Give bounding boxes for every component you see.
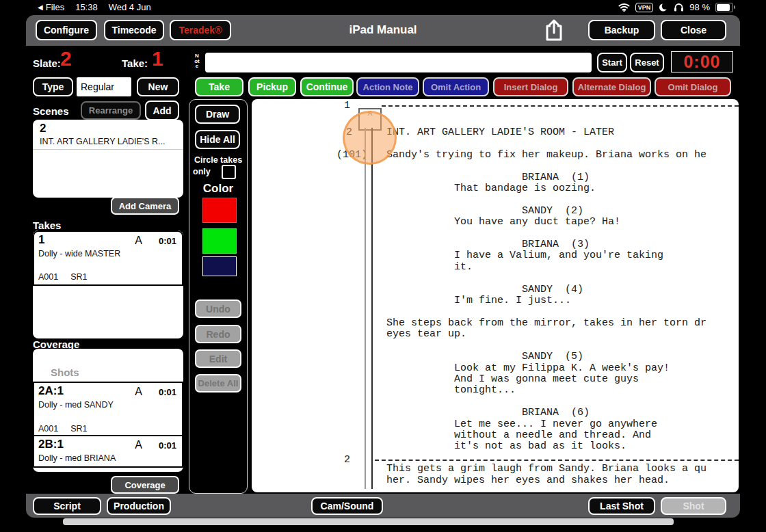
- shot-camera: A: [135, 386, 142, 398]
- coverage-button[interactable]: Coverage: [111, 476, 179, 494]
- shot-description: Dolly - med BRIANA: [38, 453, 116, 463]
- take-description: Dolly - wide MASTER: [38, 249, 120, 258]
- scene-slug: INT. ART GALLERY LADIE'S R...: [40, 137, 165, 146]
- slate-value[interactable]: 2: [60, 49, 72, 69]
- note-input[interactable]: [205, 53, 592, 72]
- take-roll: A001: [38, 272, 58, 282]
- shot-roll: A001: [38, 424, 58, 434]
- take-value[interactable]: 1: [152, 49, 163, 69]
- last-shot-button[interactable]: Last Shot: [588, 497, 655, 515]
- color-swatch-red[interactable]: [202, 198, 237, 223]
- edit-button[interactable]: Edit: [195, 349, 241, 368]
- take-camera: A: [135, 235, 142, 247]
- page-break-line-1: [382, 105, 739, 107]
- shot-sound-roll: SR1: [70, 424, 87, 434]
- hide-all-button[interactable]: Hide All: [195, 130, 240, 149]
- coverage-list: Shots 2A:1 A 0:01 Dolly - med SANDY A001…: [33, 349, 183, 472]
- scenes-list: 2 INT. ART GALLERY LADIE'S R...: [33, 120, 183, 198]
- circled-scene-mark[interactable]: [343, 111, 397, 165]
- takes-label: Takes: [33, 220, 61, 231]
- take-button[interactable]: Take: [195, 77, 243, 96]
- shot-number: 2B:1: [38, 438, 64, 451]
- script-text: INT. ART GALLERY LADIE'S ROOM - LATER Sa…: [386, 127, 706, 486]
- pickup-button[interactable]: Pickup: [248, 77, 296, 96]
- page-number-2: 2: [344, 454, 350, 466]
- shot-duration: 0:01: [159, 387, 176, 397]
- rearrange-button[interactable]: Rearrange: [81, 101, 141, 120]
- coverage-line[interactable]: [365, 128, 373, 489]
- bottom-toolbar: Script Production Cam/Sound Last Shot Sh…: [26, 494, 740, 518]
- slate-label: Slate:: [33, 57, 61, 69]
- color-label: Color: [189, 182, 247, 196]
- omit-dialog-button[interactable]: Omit Dialog: [655, 77, 731, 96]
- insert-dialog-button[interactable]: Insert Dialog: [493, 77, 568, 96]
- moon-icon: [659, 3, 668, 12]
- scene-number: 2: [40, 122, 46, 135]
- draw-tools-panel: Draw Hide All Circle takes only Color Un…: [189, 99, 248, 494]
- continue-button[interactable]: Continue: [300, 77, 354, 96]
- close-button[interactable]: Close: [661, 20, 726, 40]
- draw-button[interactable]: Draw: [195, 105, 240, 124]
- add-scene-button[interactable]: Add: [145, 101, 179, 120]
- cam-sound-button[interactable]: Cam/Sound: [311, 497, 383, 515]
- takes-list: 1 A 0:01 Dolly - wide MASTER A001 SR1: [33, 230, 183, 338]
- back-to-files-link[interactable]: ◀ Files: [38, 2, 64, 12]
- shots-header: Shots: [51, 367, 79, 378]
- type-button[interactable]: Type: [33, 77, 73, 96]
- vpn-badge-icon: VPN: [635, 3, 654, 12]
- timer-display: 0:00: [671, 51, 733, 72]
- add-camera-button[interactable]: Add Camera: [111, 197, 179, 215]
- status-date: Wed 4 Jun: [109, 2, 151, 12]
- battery-icon: [715, 3, 733, 12]
- script-tab-button[interactable]: Script: [33, 497, 101, 515]
- take-label: Take:: [122, 57, 148, 69]
- shot-camera: A: [135, 439, 142, 451]
- back-triangle-icon: ◀: [38, 3, 43, 11]
- top-toolbar: Configure Timecode Teradek® iPad Manual …: [26, 15, 740, 46]
- note-label: Note: [194, 53, 200, 69]
- take-number: 1: [38, 233, 44, 247]
- color-swatch-navy[interactable]: [202, 256, 237, 276]
- take-duration: 0:01: [159, 236, 176, 246]
- home-indicator[interactable]: [63, 518, 674, 525]
- share-icon[interactable]: [542, 18, 566, 43]
- take-sound-roll: SR1: [70, 272, 87, 282]
- backup-button[interactable]: Backup: [588, 20, 655, 40]
- scene-list-item[interactable]: 2 INT. ART GALLERY LADIE'S R...: [33, 120, 183, 150]
- ipad-screen: { "status_bar": { "back_icon": "◀", "bac…: [0, 0, 766, 532]
- shot-description: Dolly - med SANDY: [38, 400, 114, 410]
- alternate-dialog-button[interactable]: Alternate Dialog: [572, 77, 651, 96]
- undo-button[interactable]: Undo: [195, 300, 241, 318]
- take-list-item[interactable]: 1 A 0:01 Dolly - wide MASTER A001 SR1: [33, 230, 183, 286]
- delete-all-button[interactable]: Delete All: [195, 374, 241, 393]
- production-tab-button[interactable]: Production: [107, 497, 171, 515]
- status-bar: ◀ Files 15:38 Wed 4 Jun VPN 98 %: [0, 0, 766, 15]
- shot-button[interactable]: Shot: [661, 497, 726, 515]
- page-break-line-2: [375, 460, 739, 461]
- shot-list-item[interactable]: 2B:1 A 0:01 Dolly - med BRIANA: [33, 435, 183, 468]
- start-button[interactable]: Start: [597, 53, 627, 72]
- app-window: Configure Timecode Teradek® iPad Manual …: [26, 15, 740, 518]
- scenes-label: Scenes: [33, 105, 69, 117]
- take-roll-row: A001 SR1: [38, 272, 88, 282]
- headphones-icon: [674, 3, 684, 12]
- action-note-button[interactable]: Action Note: [356, 77, 419, 96]
- back-app-label: Files: [46, 2, 64, 12]
- circle-takes-checkbox[interactable]: [222, 165, 236, 179]
- shot-roll-row: A001 SR1: [38, 424, 88, 434]
- omit-action-button[interactable]: Omit Action: [423, 77, 489, 96]
- shot-list-item[interactable]: 2A:1 A 0:01 Dolly - med SANDY A001 SR1: [33, 382, 183, 438]
- shot-number: 2A:1: [38, 384, 64, 398]
- page-number-1: 1: [344, 100, 350, 111]
- reset-button[interactable]: Reset: [630, 53, 664, 72]
- status-time: 15:38: [75, 2, 98, 12]
- take-type-field[interactable]: [77, 77, 131, 96]
- circle-takes-label-line1: Circle takes: [189, 155, 247, 165]
- circle-takes-label-line2: only: [193, 167, 211, 176]
- battery-percent: 98 %: [689, 2, 710, 12]
- wifi-icon: [618, 3, 630, 12]
- new-button[interactable]: New: [137, 77, 179, 96]
- color-swatch-green[interactable]: [202, 228, 237, 254]
- script-view[interactable]: 1 2 (101) A INT. ART GALLERY LADIE'S ROO…: [252, 99, 739, 492]
- redo-button[interactable]: Redo: [195, 325, 241, 343]
